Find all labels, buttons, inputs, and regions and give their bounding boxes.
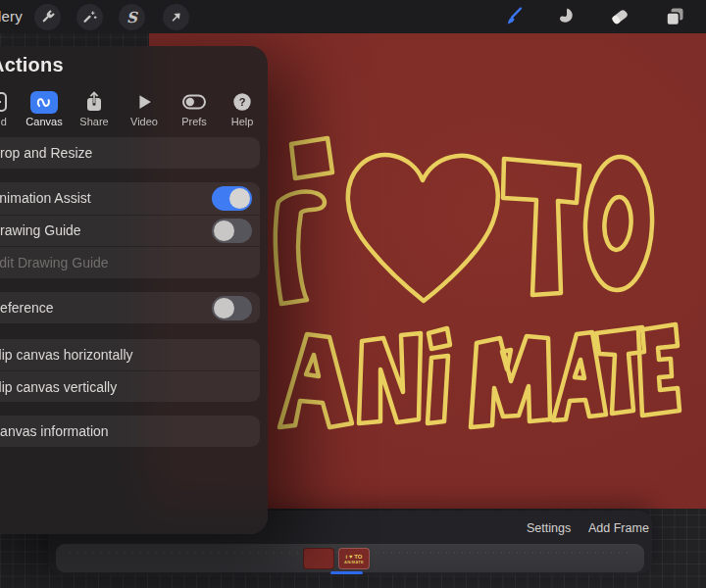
frame2-art-line2: ANiMATE — [344, 560, 364, 564]
smudge-tool-button[interactable] — [553, 4, 579, 29]
gallery-button[interactable]: Gallery — [0, 8, 23, 24]
tab-help[interactable]: ? Help — [215, 89, 270, 132]
selected-frame-indicator — [330, 571, 363, 574]
adjustments-tool-button[interactable] — [76, 4, 103, 30]
menu-group-animation: Animation Assist Drawing Guide Edit Draw… — [0, 182, 260, 278]
letter-A2-hole — [575, 360, 584, 378]
eraser-icon — [608, 5, 631, 28]
panel-title: Actions — [0, 54, 64, 76]
menu-label: Crop and Resize — [0, 145, 92, 161]
add-icon — [0, 89, 12, 115]
transform-arrow-icon — [168, 9, 184, 25]
letter-N — [359, 333, 421, 423]
letter-A1-hole — [306, 355, 319, 376]
timeline-settings-button[interactable]: Settings — [527, 521, 571, 535]
menu-canvas-information[interactable]: Canvas information — [0, 416, 260, 447]
letter-M-hole — [502, 350, 511, 369]
menu-label: Animation Assist — [0, 190, 91, 206]
letter-O-outer — [583, 156, 655, 291]
letter-i-dot — [291, 138, 332, 178]
selection-tool-button[interactable]: S — [119, 4, 145, 30]
menu-label: Drawing Guide — [0, 222, 81, 238]
wrench-icon — [39, 9, 56, 25]
tab-video[interactable]: Video — [117, 89, 172, 132]
layers-tool-button[interactable] — [662, 4, 687, 29]
animation-assist-toggle[interactable] — [212, 186, 252, 211]
menu-flip-vertical[interactable]: Flip canvas vertically — [0, 370, 260, 402]
selection-s-icon: S — [126, 9, 137, 26]
tab-prefs[interactable]: Prefs — [167, 89, 222, 132]
toggle-knob — [214, 220, 234, 241]
magic-wand-icon — [81, 9, 98, 25]
actions-tabs: Add Canvas Share — [0, 89, 268, 132]
frames-strip[interactable]: i ♥ TO ANiMATE — [56, 544, 644, 572]
timeline-add-frame-button[interactable]: Add Frame — [588, 521, 649, 535]
reference-toggle[interactable] — [212, 296, 252, 320]
menu-drawing-guide[interactable]: Drawing Guide — [0, 215, 260, 247]
layers-icon — [663, 5, 686, 28]
transform-tool-button[interactable] — [163, 4, 189, 30]
toggle-knob — [229, 188, 250, 209]
top-toolbar: Gallery S — [0, 0, 706, 33]
actions-tool-button[interactable] — [34, 4, 61, 30]
drawing-guide-toggle[interactable] — [212, 219, 252, 243]
menu-animation-assist[interactable]: Animation Assist — [0, 182, 260, 215]
letter-T1 — [503, 159, 580, 295]
letter-A1 — [279, 334, 352, 427]
heart-outline — [348, 155, 498, 301]
menu-group-flip: Flip canvas horizontally Flip canvas ver… — [0, 339, 260, 402]
letter-i2-dot — [429, 328, 450, 349]
frame-thumbnail-2[interactable]: i ♥ TO ANiMATE — [338, 548, 370, 569]
actions-panel: Actions Add Canvas — [0, 46, 268, 534]
procreate-screen: { "topbar": { "gallery_label": "Gallery"… — [0, 0, 706, 588]
menu-crop-and-resize[interactable]: Crop and Resize — [0, 137, 260, 169]
paintbrush-icon — [501, 5, 525, 28]
menu-label: Edit Drawing Guide — [0, 255, 109, 270]
tab-canvas[interactable]: Canvas — [17, 89, 72, 132]
tab-share[interactable]: Share — [67, 89, 122, 132]
toggle-knob — [214, 298, 234, 318]
menu-label: Flip canvas vertically — [0, 379, 117, 395]
menu-label: Flip canvas horizontally — [0, 347, 133, 363]
help-question-icon: ? — [227, 89, 257, 115]
menu-reference[interactable]: Reference — [0, 292, 260, 323]
prefs-toggle-icon — [179, 89, 209, 115]
share-icon — [79, 89, 109, 115]
letter-i2-stem — [428, 356, 448, 423]
letter-i-stem — [276, 191, 325, 304]
smudge-icon — [554, 5, 578, 28]
canvas-squiggle-icon — [29, 89, 59, 115]
menu-edit-drawing-guide: Edit Drawing Guide — [0, 246, 260, 278]
paint-tool-button[interactable] — [500, 4, 526, 29]
menu-label: Canvas information — [0, 423, 109, 439]
menu-flip-horizontal[interactable]: Flip canvas horizontally — [0, 339, 260, 370]
erase-tool-button[interactable] — [607, 4, 632, 29]
svg-text:?: ? — [239, 96, 246, 108]
letter-O-inner — [603, 196, 633, 251]
menu-label: Reference — [0, 300, 54, 316]
frame-thumbnail-1[interactable] — [303, 548, 334, 569]
video-play-icon — [129, 89, 159, 115]
